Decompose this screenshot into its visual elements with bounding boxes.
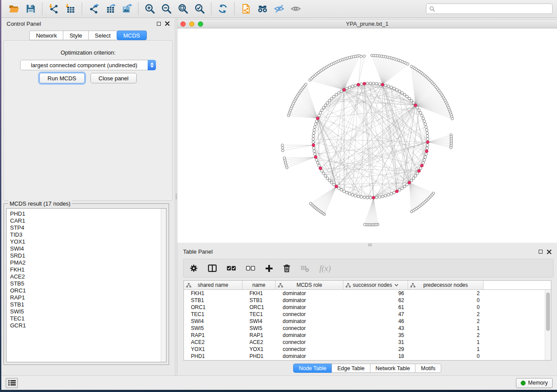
run-mcds-button[interactable]: Run MCDS bbox=[39, 73, 85, 83]
optimization-criterion-select[interactable]: largest connected component (undirected) bbox=[20, 60, 156, 70]
float-panel-icon[interactable] bbox=[157, 22, 161, 26]
cell-name[interactable]: FKH1 bbox=[242, 290, 276, 297]
cell-MCDS-role[interactable]: connector bbox=[276, 346, 343, 353]
table-row[interactable]: PHD1PHD1dominator180 bbox=[184, 353, 551, 360]
zoom-out-button[interactable] bbox=[158, 1, 175, 16]
cell-shared-name[interactable]: RAP1 bbox=[184, 332, 242, 339]
cell-name[interactable]: PHD1 bbox=[242, 353, 276, 360]
memory-button[interactable]: Memory bbox=[516, 378, 553, 388]
import-table-button[interactable] bbox=[62, 1, 79, 16]
float-panel-icon[interactable] bbox=[539, 250, 543, 254]
cell-successor-nodes[interactable]: 46 bbox=[343, 318, 408, 325]
search-box[interactable] bbox=[426, 3, 553, 14]
mcds-result-item[interactable]: CAR1 bbox=[10, 217, 166, 224]
show-graphics-details-button[interactable] bbox=[287, 1, 304, 16]
tab-style[interactable]: Style bbox=[63, 31, 88, 40]
export-image-button[interactable] bbox=[118, 1, 135, 16]
zoom-in-button[interactable] bbox=[142, 1, 158, 16]
splitter-grip[interactable] bbox=[176, 193, 177, 199]
mcds-result-item[interactable]: RAP1 bbox=[10, 294, 166, 301]
mcds-result-list[interactable]: PHD1CAR1STP4TID3YOX1SWI4SRD1PMA2FKH1ACE2… bbox=[6, 208, 166, 362]
cell-predecessor-nodes[interactable]: 0 bbox=[408, 353, 484, 360]
hide-graphics-details-button[interactable] bbox=[271, 1, 287, 16]
table-settings-button[interactable] bbox=[190, 264, 198, 272]
mcds-result-item[interactable]: SWI5 bbox=[10, 308, 166, 315]
cell-successor-nodes[interactable]: 62 bbox=[343, 297, 408, 304]
cell-successor-nodes[interactable]: 47 bbox=[343, 311, 408, 318]
node-table[interactable]: shared namenameMCDS rolesuccessor nodesp… bbox=[183, 280, 551, 361]
table-row[interactable]: ORC1ORC1dominator610 bbox=[184, 304, 551, 311]
cell-MCDS-role[interactable]: dominator bbox=[276, 304, 343, 311]
cell-name[interactable]: SWI5 bbox=[242, 325, 276, 332]
import-network-button[interactable] bbox=[45, 1, 62, 16]
mcds-result-item[interactable]: SRD1 bbox=[10, 252, 166, 259]
deselect-all-button[interactable] bbox=[246, 266, 255, 271]
cell-name[interactable]: STB1 bbox=[242, 297, 276, 304]
search-input[interactable] bbox=[437, 4, 549, 13]
export-network-button[interactable] bbox=[85, 1, 102, 16]
search-binoculars-button[interactable] bbox=[254, 1, 271, 16]
table-row[interactable]: FKH1FKH1dominator962 bbox=[184, 290, 551, 297]
table-row[interactable]: STB1STB1dominator620 bbox=[184, 297, 551, 304]
horizontal-splitter[interactable] bbox=[177, 243, 557, 247]
cell-name[interactable]: TEC1 bbox=[242, 311, 276, 318]
cell-MCDS-role[interactable]: dominator bbox=[276, 332, 343, 339]
cell-shared-name[interactable]: ACE2 bbox=[184, 339, 242, 346]
mcds-result-item[interactable]: GCR1 bbox=[10, 322, 166, 329]
mcds-result-item[interactable]: PHD1 bbox=[10, 210, 166, 217]
tab-node-table[interactable]: Node Table bbox=[293, 364, 332, 373]
delete-entry-button[interactable] bbox=[283, 264, 291, 272]
network-graph[interactable] bbox=[177, 28, 557, 243]
tab-motifs[interactable]: Motifs bbox=[415, 364, 441, 373]
close-panel-icon[interactable] bbox=[547, 250, 551, 254]
cell-predecessor-nodes[interactable]: 1 bbox=[408, 339, 484, 346]
network-window-titlebar[interactable]: YPA_prune.txt_1 bbox=[177, 19, 557, 28]
mcds-result-item[interactable]: STB5 bbox=[10, 280, 166, 287]
table-row[interactable]: TEC1TEC1connector472 bbox=[184, 311, 551, 318]
cell-predecessor-nodes[interactable]: 2 bbox=[408, 290, 484, 297]
mcds-result-item[interactable]: YOX1 bbox=[10, 238, 166, 245]
cell-shared-name[interactable]: ORC1 bbox=[184, 304, 242, 311]
cell-successor-nodes[interactable]: 96 bbox=[343, 290, 408, 297]
cell-predecessor-nodes[interactable]: 0 bbox=[408, 297, 484, 304]
export-table-button[interactable] bbox=[102, 1, 118, 16]
cell-successor-nodes[interactable]: 35 bbox=[343, 332, 408, 339]
column-header-name[interactable]: name bbox=[242, 281, 276, 289]
cell-predecessor-nodes[interactable]: 1 bbox=[408, 325, 484, 332]
splitter-grip[interactable] bbox=[368, 244, 372, 246]
mcds-list-scrollbar[interactable] bbox=[161, 209, 166, 362]
mcds-result-item[interactable]: TID3 bbox=[10, 231, 166, 238]
network-canvas[interactable] bbox=[177, 28, 557, 243]
tab-select[interactable]: Select bbox=[88, 31, 117, 40]
cell-name[interactable]: SWI4 bbox=[242, 318, 276, 325]
mcds-result-item[interactable]: SWI4 bbox=[10, 245, 166, 252]
cell-MCDS-role[interactable]: connector bbox=[276, 325, 343, 332]
task-history-button[interactable] bbox=[6, 378, 18, 388]
mcds-result-item[interactable]: ACE2 bbox=[10, 273, 166, 280]
cell-predecessor-nodes[interactable]: 2 bbox=[408, 311, 484, 318]
table-row[interactable]: ACE2ACE2connector311 bbox=[184, 339, 551, 346]
mcds-result-item[interactable]: FKH1 bbox=[10, 266, 166, 273]
mcds-result-item[interactable]: STP4 bbox=[10, 224, 166, 231]
cell-MCDS-role[interactable]: dominator bbox=[276, 353, 343, 360]
save-session-button[interactable] bbox=[22, 1, 39, 16]
table-row[interactable]: YOX1YOX1connector291 bbox=[184, 346, 551, 353]
refresh-view-button[interactable] bbox=[214, 1, 231, 16]
tab-mcds[interactable]: MCDS bbox=[117, 31, 146, 40]
cell-MCDS-role[interactable]: dominator bbox=[276, 297, 343, 304]
table-row[interactable]: SWI4SWI4dominator462 bbox=[184, 318, 551, 325]
mcds-result-item[interactable]: STB1 bbox=[10, 301, 166, 308]
close-panel-button[interactable]: Close panel bbox=[90, 73, 137, 83]
cell-successor-nodes[interactable]: 43 bbox=[343, 325, 408, 332]
cell-shared-name[interactable]: SWI4 bbox=[184, 318, 242, 325]
open-session-button[interactable] bbox=[6, 1, 22, 16]
cell-name[interactable]: ORC1 bbox=[242, 304, 276, 311]
cell-name[interactable]: RAP1 bbox=[242, 332, 276, 339]
cell-predecessor-nodes[interactable]: 2 bbox=[408, 318, 484, 325]
cell-MCDS-role[interactable]: connector bbox=[276, 339, 343, 346]
table-row[interactable]: RAP1RAP1dominator352 bbox=[184, 332, 551, 339]
select-all-button[interactable] bbox=[227, 266, 236, 271]
cell-predecessor-nodes[interactable]: 2 bbox=[408, 332, 484, 339]
table-scrollbar[interactable] bbox=[545, 290, 551, 360]
cell-shared-name[interactable]: TEC1 bbox=[184, 311, 242, 318]
